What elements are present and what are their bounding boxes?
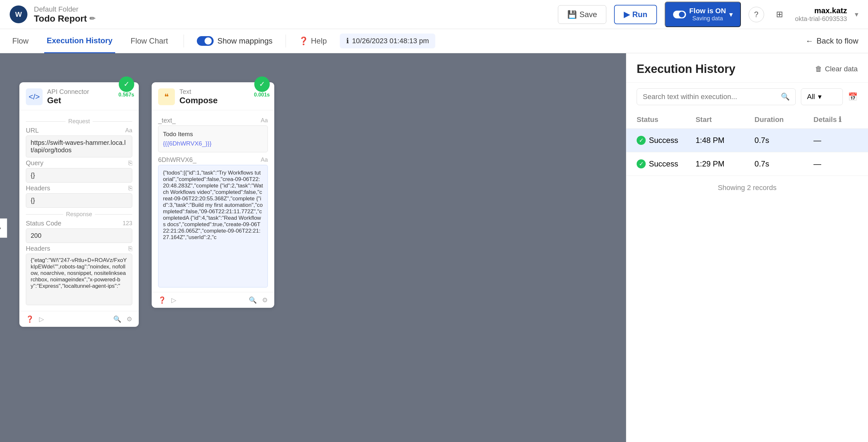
filter-dropdown[interactable]: All ▾ xyxy=(801,88,843,105)
user-chevron-icon[interactable]: ▾ xyxy=(855,10,858,19)
breadcrumb: Default Folder Todo Report ✏ xyxy=(34,5,552,24)
api-search-icon[interactable]: 🔍 xyxy=(113,315,121,323)
text-help-icon[interactable]: ❓ xyxy=(158,296,166,304)
folder-label: Default Folder xyxy=(34,5,552,13)
run-button[interactable]: ▶ Run xyxy=(614,5,657,24)
status-success-icon: ✓ xyxy=(637,159,646,168)
start-time: 1:48 PM xyxy=(696,136,755,145)
text-node-type: Text xyxy=(179,88,217,95)
timestamp-info-icon: ℹ xyxy=(346,37,349,45)
text-settings-icon[interactable]: ⚙ xyxy=(262,296,268,304)
api-connector-node: </> API Connector Get ✓ 0.567s Request U… xyxy=(19,82,139,327)
save-button[interactable]: 💾 Save xyxy=(558,5,607,24)
search-input[interactable] xyxy=(643,93,777,101)
flow-toggle-icon xyxy=(673,11,686,19)
timestamp-value: 10/26/2023 01:48:13 pm xyxy=(352,37,429,45)
text-data-value: {"todos":[{"id":1,"task":"Try Workflows … xyxy=(158,165,268,287)
compose-line1: Todo Items xyxy=(163,130,263,139)
api-status-code-value: 200 xyxy=(26,228,132,243)
api-node-type: API Connector xyxy=(47,88,89,95)
start-time: 1:29 PM xyxy=(696,159,755,168)
api-node-icon: </> xyxy=(26,88,42,105)
sidebar-collapse-handle[interactable]: › xyxy=(0,218,7,238)
edit-title-icon[interactable]: ✏ xyxy=(89,14,95,23)
help-button[interactable]: ? xyxy=(749,7,764,22)
nav-show-mappings[interactable]: Show mappings xyxy=(197,36,273,46)
compose-line2: {{{6DhWRVX6_}}} xyxy=(163,139,263,149)
api-node-name: Get xyxy=(47,95,89,105)
sidebar-search-bar: 🔍 All ▾ 📅 xyxy=(626,83,868,111)
filter-label: All xyxy=(807,93,815,101)
flow-canvas[interactable]: </> API Connector Get ✓ 0.567s Request U… xyxy=(0,53,626,442)
app-logo: W xyxy=(10,5,27,23)
nav-help[interactable]: ❓ Help xyxy=(299,36,327,45)
nav-divider2 xyxy=(285,34,286,48)
text-node-body: _text_ Aa Todo Items {{{6DhWRVX6_}}} 6Dh… xyxy=(152,110,274,292)
api-node-header: </> API Connector Get ✓ 0.567s xyxy=(19,82,139,110)
flow-on-chevron-icon: ▾ xyxy=(729,11,733,19)
col-duration-header: Duration xyxy=(754,116,813,124)
filter-chevron-icon: ▾ xyxy=(818,93,822,101)
nav-timestamp: ℹ 10/26/2023 01:48:13 pm xyxy=(340,34,436,49)
nav-divider xyxy=(184,34,184,48)
project-title: Todo Report xyxy=(34,13,87,24)
search-box[interactable]: 🔍 xyxy=(637,88,796,105)
duration-value: 0.7s xyxy=(754,136,813,145)
grid-icon[interactable]: ⊞ xyxy=(772,7,787,22)
show-mappings-toggle[interactable] xyxy=(197,36,214,46)
details-value: — xyxy=(813,159,858,168)
back-to-flow-button[interactable]: ← Back to flow xyxy=(806,36,858,45)
details-value: — xyxy=(813,136,858,145)
text-node-footer: ❓ ▷ 🔍 ⚙ xyxy=(152,292,274,308)
api-help-icon[interactable]: ❓ xyxy=(26,315,34,323)
help-circle-icon: ❓ xyxy=(299,36,308,45)
api-play-icon[interactable]: ▷ xyxy=(39,315,44,323)
calendar-icon[interactable]: 📅 xyxy=(848,92,858,101)
clear-data-button[interactable]: 🗑 Clear data xyxy=(815,65,858,73)
execution-row[interactable]: ✓ Success 1:29 PM 0.7s — xyxy=(626,152,868,176)
sidebar-header: Execution History 🗑 Clear data xyxy=(626,53,868,83)
text-play-icon[interactable]: ▷ xyxy=(171,296,176,304)
execution-row[interactable]: ✓ Success 1:48 PM 0.7s — xyxy=(626,129,868,152)
col-details-header: Details ℹ xyxy=(813,116,858,124)
nav-flow-chart[interactable]: Flow Chart xyxy=(128,29,171,53)
main-area: </> API Connector Get ✓ 0.567s Request U… xyxy=(0,53,868,442)
execution-history-sidebar: Execution History 🗑 Clear data 🔍 All ▾ 📅… xyxy=(626,53,868,442)
api-resp-headers-value: {"etag":"W/\"247-vRtlu+D+ROAVz/FxoYkIpEW… xyxy=(26,254,132,305)
help-label: Help xyxy=(311,36,327,45)
text-node-header: ❝ Text Compose ✓ 0.001s xyxy=(152,82,274,110)
api-url-value: https://swift-waves-hammer.loca.lt/api/o… xyxy=(26,135,132,157)
api-response-section: Response xyxy=(26,211,132,218)
user-menu[interactable]: max.katz okta-trial-6093533 xyxy=(795,6,847,23)
search-icon: 🔍 xyxy=(781,93,789,101)
text-badge-time: 0.001s xyxy=(254,92,270,98)
api-settings-icon[interactable]: ⚙ xyxy=(126,315,132,323)
trash-icon: 🗑 xyxy=(815,65,822,73)
nav-execution-history[interactable]: Execution History xyxy=(44,29,115,53)
api-resp-headers-copy-icon[interactable]: ⎘ xyxy=(128,245,132,252)
flow-on-sub: Saving data xyxy=(689,15,726,22)
text-compose-area: Todo Items {{{6DhWRVX6_}}} xyxy=(158,126,268,152)
duration-value: 0.7s xyxy=(754,159,813,168)
nav-flow[interactable]: Flow xyxy=(10,29,31,53)
api-query-value: {} xyxy=(26,168,132,183)
sidebar-title: Execution History xyxy=(637,62,735,76)
flow-on-button[interactable]: Flow is ON Saving data ▾ xyxy=(665,2,741,27)
api-node-body: Request URL Aa https://swift-waves-hamme… xyxy=(19,110,139,311)
api-request-section: Request xyxy=(26,118,132,125)
text-compose-node: ❝ Text Compose ✓ 0.001s _text_ Aa xyxy=(152,82,274,308)
text-search-icon[interactable]: 🔍 xyxy=(249,296,257,304)
api-headers-value: {} xyxy=(26,193,132,208)
api-badge-time: 0.567s xyxy=(118,92,134,98)
status-label: Success xyxy=(649,136,678,145)
api-headers-copy-icon[interactable]: ⎘ xyxy=(128,185,132,192)
status-success-icon: ✓ xyxy=(637,136,646,145)
api-query-copy-icon[interactable]: ⎘ xyxy=(128,159,132,167)
flow-on-label: Flow is ON xyxy=(689,7,726,15)
status-label: Success xyxy=(649,159,678,168)
user-org: okta-trial-6093533 xyxy=(795,15,847,23)
col-status-header: Status xyxy=(637,116,696,124)
topbar: W Default Folder Todo Report ✏ 💾 Save ▶ … xyxy=(0,0,868,29)
back-label: Back to flow xyxy=(817,36,858,45)
text-node-name: Compose xyxy=(179,95,217,105)
